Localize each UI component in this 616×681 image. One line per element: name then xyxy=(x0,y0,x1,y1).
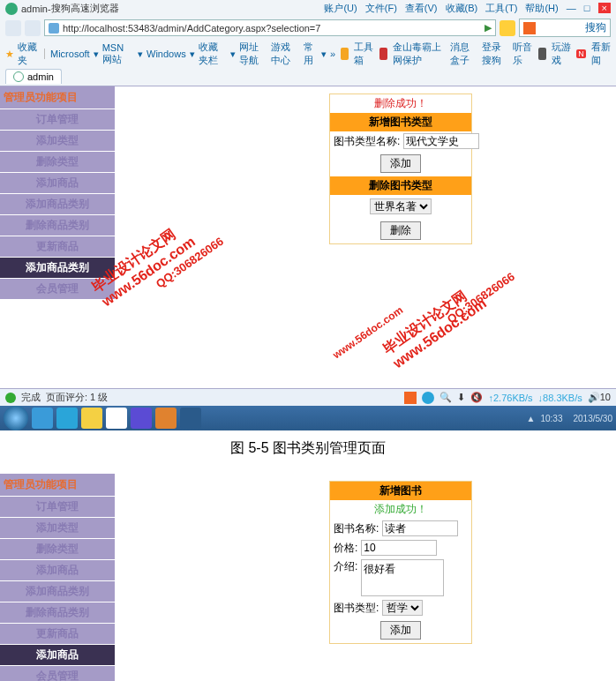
sidebar-item[interactable]: 订单管理 xyxy=(0,497,115,518)
panel-header-del: 删除图书类型 xyxy=(330,176,471,195)
sidebar-item[interactable]: 删除类型 xyxy=(0,152,115,173)
add-button[interactable]: 添加 xyxy=(380,154,421,173)
search-button[interactable]: 搜狗 xyxy=(585,20,606,35)
zoom-icon[interactable]: 🔍 xyxy=(439,392,452,403)
taskbar: ▲ 10:33 2013/5/30 xyxy=(0,406,616,430)
sound-level[interactable]: 🔊10 xyxy=(588,392,611,403)
delete-button[interactable]: 删除 xyxy=(380,221,421,240)
input-type-name[interactable] xyxy=(403,133,479,149)
sidebar-item[interactable]: 添加商品类别 xyxy=(0,581,115,602)
sidebar-item[interactable]: 添加类型 xyxy=(0,131,115,152)
delete-success-msg: 删除成功！ xyxy=(330,94,471,113)
url-scheme-icon xyxy=(49,23,59,34)
download-icon[interactable]: ⬇ xyxy=(457,392,465,403)
net-down: ↓88.3KB/s xyxy=(538,393,582,403)
task-icon[interactable] xyxy=(155,408,177,429)
search-input[interactable] xyxy=(537,22,585,34)
bookmark-item[interactable]: Microsoft xyxy=(50,49,90,59)
speedtest-icon[interactable] xyxy=(422,392,434,404)
back-button[interactable] xyxy=(5,20,21,36)
tab-admin[interactable]: admin xyxy=(5,69,62,84)
sidebar-item[interactable]: 会员管理 xyxy=(0,666,115,681)
add-book-panel: 新增图书 添加成功！ 图书名称: 价格: 介绍: 很好看 图书类型: 哲学 xyxy=(329,481,472,644)
favorites-icon[interactable]: ★ xyxy=(5,49,14,60)
add-book-button[interactable]: 添加 xyxy=(380,621,421,640)
minimize-button[interactable]: — xyxy=(567,3,576,13)
label-price: 价格: xyxy=(334,541,357,556)
mute-icon[interactable]: 🔇 xyxy=(470,392,483,403)
menu-account[interactable]: 账户(U) xyxy=(324,3,357,13)
task-icon[interactable] xyxy=(56,408,78,429)
address-bar[interactable]: http://localhost:53483/admin/AddCategory… xyxy=(44,19,496,36)
url-text: http://localhost:53483/admin/AddCategory… xyxy=(63,23,320,34)
sidebar-item[interactable]: 订单管理 xyxy=(0,109,115,131)
search-box[interactable]: 搜狗 xyxy=(519,19,611,37)
menu-file[interactable]: 文件(F) xyxy=(365,3,397,13)
menu-favorites[interactable]: 收藏(B) xyxy=(446,3,478,13)
status-page-rank[interactable]: 页面评分: 1 级 xyxy=(46,391,108,404)
sidebar-item[interactable]: 删除类型 xyxy=(0,539,115,560)
antivirus-label[interactable]: 金山毒霸上网保护 xyxy=(393,41,445,67)
bookmark-item[interactable]: 游戏中心 xyxy=(271,41,299,67)
task-icon[interactable] xyxy=(131,408,152,429)
sogou-favorites-icon[interactable] xyxy=(500,20,515,36)
sidebar-header: 管理员功能项目 xyxy=(0,474,115,497)
sidebar-item[interactable]: 添加商品 xyxy=(0,173,115,194)
sidebar-item[interactable]: 更新商品 xyxy=(0,624,115,645)
select-book-type[interactable]: 哲学 xyxy=(382,600,423,616)
page-title: admin xyxy=(21,4,48,14)
sidebar-item[interactable]: 删除商品类别 xyxy=(0,215,115,236)
sidebar-item[interactable]: 更新商品 xyxy=(0,236,115,258)
bookmark-item[interactable]: 收藏夹栏 xyxy=(199,41,227,67)
game-label[interactable]: 玩游戏 xyxy=(552,41,571,67)
toolbox-icon[interactable] xyxy=(341,48,349,60)
msgbox-label[interactable]: 消息盒子 xyxy=(450,41,477,67)
login-label[interactable]: 登录搜狗 xyxy=(482,41,508,67)
news-badge[interactable]: N xyxy=(576,49,586,58)
menu-view[interactable]: 查看(V) xyxy=(405,3,438,13)
go-button[interactable]: ▶ xyxy=(485,22,492,34)
start-button[interactable] xyxy=(4,406,28,430)
bookmark-item[interactable]: 网址导航 xyxy=(239,41,267,67)
sidebar-item-active[interactable]: 添加商品类别 xyxy=(0,258,115,279)
textarea-intro[interactable]: 很好看 xyxy=(361,559,444,596)
maximize-button[interactable]: □ xyxy=(584,3,590,13)
sidebar-item[interactable]: 添加类型 xyxy=(0,518,115,539)
music-label[interactable]: 听音乐 xyxy=(513,41,532,67)
tray-time: 10:33 xyxy=(540,414,562,423)
antivirus-icon[interactable] xyxy=(379,48,387,60)
input-book-name[interactable] xyxy=(382,520,458,536)
favorites-label[interactable]: 收藏夹 xyxy=(18,41,39,67)
panel-header-add-book: 新增图书 xyxy=(330,482,471,500)
select-type[interactable]: 世界名著 xyxy=(370,198,432,214)
sidebar-item[interactable]: 删除商品类别 xyxy=(0,602,115,624)
avatar-icon[interactable] xyxy=(538,48,546,60)
news-label[interactable]: 看新闻 xyxy=(591,41,611,67)
sidebar-item-active[interactable]: 添加商品 xyxy=(0,645,115,666)
menu-tools[interactable]: 工具(T) xyxy=(485,3,517,13)
sidebar-item[interactable]: 添加商品 xyxy=(0,560,115,581)
task-icon[interactable] xyxy=(106,408,127,429)
status-done-label: 完成 xyxy=(21,391,41,404)
sidebar-item[interactable]: 添加商品类别 xyxy=(0,194,115,215)
net-up: ↑2.76KB/s xyxy=(488,393,532,403)
label-type-name: 图书类型名称: xyxy=(334,134,400,149)
figure-caption-5-5: 图 5-5 图书类别管理页面 xyxy=(0,430,616,474)
admin-sidebar: 管理员功能项目 订单管理 添加类型 删除类型 添加商品 添加商品类别 删除商品类… xyxy=(0,86,115,300)
menu-help[interactable]: 帮助(H) xyxy=(525,3,558,13)
sogou-footer-icon[interactable] xyxy=(404,392,417,404)
bookmark-item[interactable]: MSN 网站 xyxy=(102,42,134,66)
input-price[interactable] xyxy=(361,540,437,556)
forward-button[interactable] xyxy=(25,20,41,36)
toolbox-label[interactable]: 工具箱 xyxy=(354,41,373,67)
bookmark-item[interactable]: 常用 xyxy=(304,41,318,67)
sidebar-item[interactable]: 会员管理 xyxy=(0,279,115,300)
tray-flag-icon[interactable]: ▲ xyxy=(527,414,536,423)
task-icon[interactable] xyxy=(81,408,102,429)
reload-icon[interactable] xyxy=(13,71,24,82)
bookmark-item[interactable]: Windows xyxy=(146,49,186,59)
close-button[interactable]: × xyxy=(598,3,611,13)
task-icon[interactable] xyxy=(32,408,53,429)
tray-date: 2013/5/30 xyxy=(574,414,613,423)
task-icon[interactable] xyxy=(180,408,201,429)
